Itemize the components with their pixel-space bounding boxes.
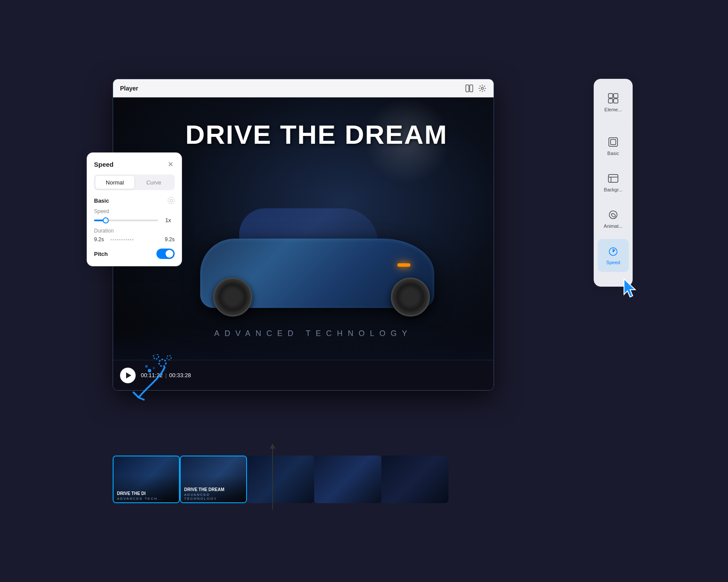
sidebar-item-speed[interactable]: Speed (598, 239, 629, 272)
svg-rect-5 (608, 99, 613, 103)
speed-panel-title: Speed (94, 161, 114, 168)
video-title: DRIVE THE DREAM (185, 119, 448, 150)
close-button[interactable]: ✕ (166, 160, 175, 168)
svg-rect-6 (614, 99, 618, 103)
svg-point-17 (153, 354, 159, 359)
duration-dot (119, 239, 120, 240)
speed-icon (607, 245, 619, 257)
thumb-subtitle-1: ADVANCED TECH... (117, 497, 176, 501)
svg-rect-7 (609, 138, 618, 146)
background-icon (607, 172, 619, 184)
car-silhouette (179, 204, 456, 325)
speed-panel: Speed ✕ Normal Curve Basic Speed 1x (87, 152, 182, 266)
car-wheel-left (213, 278, 252, 317)
duration-dot (132, 239, 133, 240)
duration-label: Duration (94, 228, 175, 234)
settings-icon[interactable] (478, 84, 487, 93)
animation-label: Animat... (604, 223, 622, 229)
duration-dot (124, 239, 125, 240)
timeline-thumb-3[interactable] (247, 456, 314, 503)
tab-switcher: Normal Curve (94, 175, 175, 190)
sidebar-item-background[interactable]: Backgr... (598, 166, 629, 199)
toggle-thumb (166, 250, 173, 258)
right-sidebar: Eleme... Basic Backgr... (594, 79, 633, 287)
basic-label: Basic (608, 151, 619, 156)
svg-rect-3 (608, 94, 613, 98)
car-headlight (397, 263, 410, 267)
duration-dot (121, 239, 123, 240)
basic-icon (607, 136, 619, 148)
duration-track[interactable] (110, 239, 161, 240)
timeline-strip: DRIVE THE DI ADVANCED TECH... DRIVE THE … (113, 451, 581, 508)
sidebar-item-elements[interactable]: Eleme... (598, 86, 629, 119)
elements-icon (607, 92, 619, 104)
speed-slider[interactable] (94, 220, 158, 221)
timeline-thumb-2[interactable]: DRIVE THE DREAM ADVANCED TECHNOLOGY (180, 456, 247, 503)
speed-value: 1x (162, 217, 175, 223)
duration-dot (130, 239, 131, 240)
layout-icon[interactable] (465, 84, 474, 93)
thumb-subtitle-2: ADVANCED TECHNOLOGY (184, 493, 243, 501)
timeline-thumb-4[interactable] (314, 456, 381, 503)
animation-icon (607, 209, 619, 221)
duration-left: 9.2s (94, 236, 107, 242)
svg-point-19 (148, 369, 151, 372)
section-header-basic: Basic (94, 197, 175, 204)
svg-point-2 (481, 87, 484, 89)
main-container: Player DRIVE T (61, 53, 667, 529)
svg-point-16 (159, 359, 166, 366)
svg-point-14 (613, 251, 614, 252)
background-label: Backgr... (604, 187, 623, 193)
svg-rect-1 (470, 85, 473, 92)
duration-dot (110, 239, 112, 240)
sidebar-item-basic[interactable]: Basic (598, 130, 629, 163)
car-wheel-right (391, 278, 430, 317)
speed-row: Speed 1x (94, 208, 175, 223)
duration-dot (126, 239, 127, 240)
thumb-title-2: DRIVE THE DREAM (184, 487, 243, 492)
pitch-row: Pitch (94, 249, 175, 259)
svg-point-21 (153, 367, 155, 369)
section-title-basic: Basic (94, 197, 109, 204)
timeline-playhead (272, 447, 273, 510)
sidebar-item-animation[interactable]: Animat... (598, 203, 629, 236)
duration-right: 9.2s (165, 236, 175, 242)
arrow-indicator (126, 354, 195, 408)
svg-point-12 (609, 211, 617, 219)
speed-label: Speed (94, 208, 175, 214)
tab-curve[interactable]: Curve (134, 176, 173, 189)
svg-rect-0 (466, 85, 469, 92)
svg-rect-8 (611, 139, 616, 145)
duration-control: 9.2s 9.2s (94, 236, 175, 242)
timeline-thumb-1[interactable]: DRIVE THE DI ADVANCED TECH... (113, 456, 180, 503)
duration-dot (115, 239, 116, 240)
speed-label: Speed (606, 260, 620, 265)
svg-point-20 (145, 365, 148, 368)
svg-rect-9 (608, 175, 618, 182)
player-title: Player (120, 85, 138, 92)
player-title-icons (465, 84, 487, 93)
speed-panel-header: Speed ✕ (94, 160, 175, 168)
speed-slider-thumb (103, 217, 109, 223)
sidebar-divider-1 (600, 124, 626, 125)
speed-control: 1x (94, 217, 175, 223)
section-icon-basic (168, 197, 175, 204)
timeline-thumb-5[interactable] (381, 456, 448, 503)
pitch-label: Pitch (94, 251, 108, 257)
svg-point-15 (170, 199, 172, 202)
player-titlebar: Player (113, 79, 494, 97)
svg-point-18 (167, 356, 171, 360)
duration-dot (113, 239, 114, 240)
pitch-toggle[interactable] (156, 249, 175, 259)
cursor-arrow (621, 278, 638, 301)
elements-label: Eleme... (604, 107, 622, 113)
svg-rect-4 (614, 94, 618, 98)
duration-row: Duration 9.2s 9.2s (94, 228, 175, 242)
tab-normal[interactable]: Normal (95, 176, 134, 189)
duration-dot (117, 239, 118, 240)
duration-dot (128, 239, 129, 240)
thumb-title-1: DRIVE THE DI (117, 491, 176, 496)
